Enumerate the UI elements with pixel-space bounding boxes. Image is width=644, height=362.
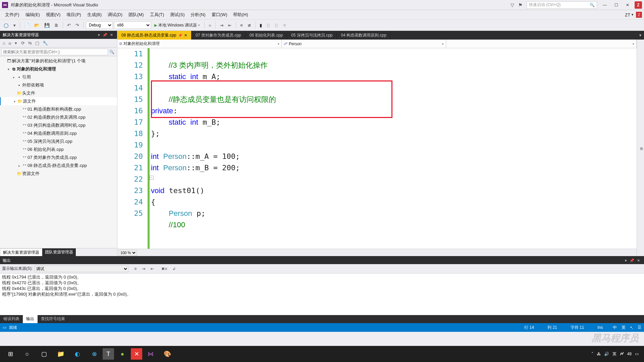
- source-file[interactable]: ⁺⁺03 拷贝构造函数调用时机.cpp: [0, 121, 117, 129]
- output-btn-1[interactable]: ≡: [132, 266, 138, 272]
- chevron-down-icon[interactable]: ▾: [624, 258, 628, 263]
- output-btn-2[interactable]: ⇥: [140, 266, 147, 272]
- browser-icon[interactable]: ◐: [69, 347, 86, 361]
- toolbox-icon[interactable]: ⊞: [640, 147, 644, 150]
- project-node[interactable]: ▾⧉对象的初始化和清理: [0, 65, 117, 73]
- toolbar-icon-1[interactable]: ⟐: [207, 22, 213, 29]
- wrap-button[interactable]: ↲: [171, 266, 177, 272]
- bookmark-icon[interactable]: ▮: [258, 22, 264, 29]
- source-file[interactable]: ⁺⁺01 构造函数和析构函数.cpp: [0, 105, 117, 113]
- tab-find-results[interactable]: 查找符号结果: [38, 315, 68, 323]
- cortana-button[interactable]: ○: [19, 347, 36, 361]
- redo-button[interactable]: ↷: [74, 22, 81, 29]
- app-icon[interactable]: ⊗: [86, 347, 103, 361]
- doc-tab-active[interactable]: 08 静态成员-静态成员变量.cpp 📌 ✕: [117, 31, 192, 40]
- menu-debug[interactable]: 调试(D): [105, 12, 125, 18]
- code-content[interactable]: //3 类内声明，类外初始化操作 static int m_A; //静态成员变…: [148, 48, 637, 249]
- close-icon[interactable]: ✕: [636, 258, 641, 263]
- filter-icon[interactable]: ▽: [508, 2, 516, 8]
- platform-dropdown[interactable]: x86: [114, 21, 151, 29]
- app-icon-red[interactable]: ✕: [131, 348, 142, 360]
- notifications-icon[interactable]: ⚑: [516, 2, 525, 8]
- punct-mode[interactable]: •,: [630, 325, 633, 330]
- source-file[interactable]: ⁺⁺04 构造函数调用原则.cpp: [0, 129, 117, 137]
- toolbar-icon-3[interactable]: ⟨⟩: [273, 22, 280, 29]
- solution-node[interactable]: 🗔解决方案"对象的初始化和清理"(1 个项: [0, 57, 117, 65]
- action-center-icon[interactable]: ▭: [635, 352, 639, 356]
- ext-folder[interactable]: ▪外部依赖项: [0, 81, 117, 89]
- tab-error-list[interactable]: 错误列表: [0, 315, 23, 323]
- refresh-icon[interactable]: ⟳: [20, 40, 26, 46]
- code-editor[interactable]: 111213141516171819202122232425 //3 类内声明，…: [117, 48, 637, 249]
- minimize-button[interactable]: —: [599, 1, 610, 9]
- tray-chevron-icon[interactable]: ˄: [591, 352, 593, 356]
- menu-view[interactable]: 视图(V): [43, 12, 63, 18]
- doc-tab[interactable]: 04 构造函数调用原则.cpp: [337, 31, 390, 40]
- nav-class-dropdown[interactable]: ☍ Person ▾: [282, 40, 446, 48]
- search-icon[interactable]: 🔍: [108, 50, 116, 54]
- paint-icon[interactable]: 🎨: [159, 347, 176, 361]
- doc-tab[interactable]: 06 初始化列表.cpp: [246, 31, 287, 40]
- visual-studio-icon[interactable]: ⋈: [142, 347, 159, 361]
- explorer-icon[interactable]: 📁: [52, 347, 69, 361]
- menu-tools[interactable]: 工具(T): [147, 12, 167, 18]
- start-button[interactable]: ⊞: [2, 347, 19, 361]
- output-source-dropdown[interactable]: 调试: [35, 265, 128, 272]
- system-tray[interactable]: ˄ 🖧 🔊 英 🗲 49 ▭: [591, 351, 642, 357]
- pin-icon[interactable]: 📌: [628, 258, 636, 263]
- headers-folder[interactable]: 📁头文件: [0, 89, 117, 97]
- uncomment-button[interactable]: ≢: [246, 22, 253, 29]
- status-icon[interactable]: ☰: [638, 325, 641, 330]
- toolbar-icon[interactable]: ▾: [13, 40, 18, 46]
- comment-button[interactable]: ≡: [238, 22, 245, 29]
- toolbar-icon-4[interactable]: ✕: [281, 22, 288, 29]
- pin-icon[interactable]: 📌: [101, 33, 109, 37]
- close-icon[interactable]: ✕: [184, 33, 187, 38]
- close-button[interactable]: ✕: [622, 1, 633, 9]
- source-file[interactable]: ⁺⁺02 构造函数的分类及调用.cpp: [0, 113, 117, 121]
- menu-build[interactable]: 生成(B): [84, 12, 105, 18]
- back-button[interactable]: ◯: [2, 22, 10, 29]
- nav-scope-dropdown[interactable]: ⧉ 对象的初始化和清理 ▾: [117, 40, 282, 48]
- sync-icon[interactable]: ⇆: [27, 40, 33, 46]
- clock[interactable]: 49: [627, 352, 632, 356]
- output-btn-3[interactable]: ⇤: [149, 266, 156, 272]
- source-file[interactable]: ⁺⁺06 初始化列表.cpp: [0, 145, 117, 154]
- doc-tab[interactable]: 07 类对象作为类成员.cpp: [192, 31, 245, 40]
- collapse-icon[interactable]: ▢: [34, 40, 41, 46]
- menu-test[interactable]: 测试(S): [167, 12, 187, 18]
- toolbar-icon[interactable]: ⎄: [7, 40, 13, 46]
- menu-help[interactable]: 帮助(H): [230, 12, 251, 18]
- properties-icon[interactable]: 🔧: [41, 40, 49, 46]
- menu-team[interactable]: 团队(M): [125, 12, 147, 18]
- save-all-button[interactable]: 🗎: [53, 22, 60, 29]
- maximize-button[interactable]: ☐: [610, 1, 622, 9]
- menu-analyze[interactable]: 分析(N): [187, 12, 208, 18]
- source-file[interactable]: ⁺⁺05 深拷贝与浅拷贝.cpp: [0, 137, 117, 145]
- menu-file[interactable]: 文件(F): [2, 12, 22, 18]
- volume-icon[interactable]: 🔊: [604, 352, 609, 356]
- open-button[interactable]: 📂: [33, 22, 41, 29]
- quick-launch-input[interactable]: 快速启动 (Ctrl+Q) 🔍: [527, 1, 597, 9]
- clear-button[interactable]: ✖≡: [160, 266, 169, 272]
- indent-button[interactable]: ⇥: [218, 22, 225, 29]
- tab-output[interactable]: 输出: [23, 315, 38, 323]
- new-file-button[interactable]: 📄: [22, 22, 31, 29]
- network-icon[interactable]: 🖧: [597, 352, 601, 356]
- chevron-down-icon[interactable]: ▼: [630, 13, 635, 16]
- taskview-button[interactable]: ▢: [36, 347, 52, 361]
- resources-folder[interactable]: 📁资源文件: [0, 170, 117, 178]
- pin-icon[interactable]: 📌: [178, 34, 182, 37]
- fold-toggle[interactable]: −: [150, 176, 154, 180]
- battery-icon[interactable]: 🗲: [620, 352, 624, 356]
- app-icon-green[interactable]: ●: [114, 347, 131, 361]
- user-label[interactable]: ZT: [625, 12, 630, 17]
- zoom-dropdown[interactable]: 100 %: [119, 250, 137, 256]
- close-icon[interactable]: ✕: [109, 33, 114, 37]
- right-side-toolbar[interactable]: ⊞ ▮: [637, 40, 644, 256]
- solution-tree[interactable]: 🗔解决方案"对象的初始化和清理"(1 个项 ▾⧉对象的初始化和清理 ▸▪引用 ▪…: [0, 56, 117, 248]
- home-icon[interactable]: ⌂: [1, 40, 7, 46]
- config-dropdown[interactable]: Debug: [86, 21, 113, 29]
- ime-tray[interactable]: 英: [612, 351, 616, 357]
- tab-team-explorer[interactable]: 团队资源管理器: [42, 248, 76, 256]
